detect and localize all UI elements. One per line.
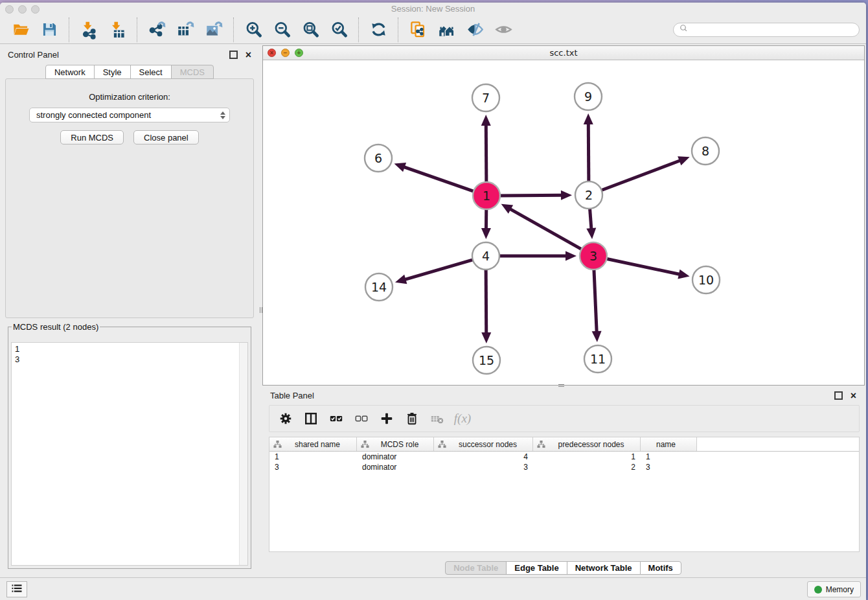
task-history-button[interactable] xyxy=(6,581,27,597)
close-panel-icon[interactable]: × xyxy=(246,51,251,59)
graph-node-14[interactable]: 14 xyxy=(365,273,393,301)
select-all-icon[interactable] xyxy=(328,410,345,427)
graph-node-9[interactable]: 9 xyxy=(575,83,602,110)
close-view-button[interactable]: × xyxy=(268,49,276,57)
tab-motifs[interactable]: Motifs xyxy=(640,561,681,575)
close-panel-button[interactable]: Close panel xyxy=(133,130,199,144)
eye-disabled-icon[interactable] xyxy=(492,18,514,41)
zoom-out-icon[interactable] xyxy=(271,18,293,41)
graph-edge-3-10[interactable] xyxy=(606,259,690,279)
zoom-selected-icon[interactable] xyxy=(328,18,350,41)
search-box[interactable] xyxy=(673,23,860,37)
graph-node-10[interactable]: 10 xyxy=(692,266,720,294)
clone-network-icon[interactable] xyxy=(407,18,429,41)
import-table-icon[interactable] xyxy=(106,18,128,41)
graph-node-8[interactable]: 8 xyxy=(692,137,719,165)
graph-node-1[interactable]: 1 xyxy=(473,182,500,209)
tab-node-table[interactable]: Node Table xyxy=(445,561,507,575)
graph-edge-2-8[interactable] xyxy=(600,156,690,190)
result-scrollbar[interactable] xyxy=(239,343,247,565)
tab-select[interactable]: Select xyxy=(130,65,172,79)
graph-edge-1-4[interactable] xyxy=(481,208,491,239)
graph-edge-1-7[interactable] xyxy=(481,115,491,183)
column-header-predecessor-nodes[interactable]: predecessor nodes xyxy=(533,437,641,451)
tab-edge-table[interactable]: Edge Table xyxy=(506,561,567,575)
close-table-panel-icon[interactable]: × xyxy=(851,392,856,400)
app-window: Session: New Session Control Panel × Net… xyxy=(0,3,866,600)
toolbar-separator xyxy=(137,17,137,42)
run-mcds-button[interactable]: Run MCDS xyxy=(60,130,124,144)
mcds-result-title: MCDS result (2 nodes) xyxy=(12,322,100,332)
control-panel-title: Control Panel xyxy=(8,50,59,60)
optimization-dropdown[interactable]: strongly connected component xyxy=(29,108,230,122)
export-network-icon[interactable] xyxy=(146,18,168,41)
gear-icon[interactable] xyxy=(277,410,294,427)
maximize-view-button[interactable]: + xyxy=(295,49,303,57)
import-network-icon[interactable] xyxy=(78,18,100,41)
zoom-fit-icon[interactable] xyxy=(299,18,321,41)
add-icon[interactable] xyxy=(378,410,395,427)
network-view-window: × − + scc.txt 7968124314101511 xyxy=(262,45,865,386)
graph-edge-1-2[interactable] xyxy=(499,190,572,200)
graph-edge-3-11[interactable] xyxy=(592,268,602,342)
search-input[interactable] xyxy=(690,25,854,35)
columns-icon[interactable] xyxy=(303,410,319,427)
mcds-result-list[interactable]: 1 3 xyxy=(12,343,239,565)
graph-edge-4-3[interactable] xyxy=(498,251,577,261)
memory-button[interactable]: Memory xyxy=(807,581,861,597)
node-table: shared nameMCDS rolesuccessor nodesprede… xyxy=(269,437,860,552)
float-panel-icon[interactable] xyxy=(229,51,238,59)
graph-node-2[interactable]: 2 xyxy=(575,181,602,209)
graph-edge-3-1[interactable] xyxy=(501,204,583,250)
graph-node-3[interactable]: 3 xyxy=(580,242,607,270)
tab-network[interactable]: Network xyxy=(45,65,95,79)
graph-edge-1-6[interactable] xyxy=(394,163,475,192)
column-header-successor-nodes[interactable]: successor nodes xyxy=(434,437,533,451)
graph-edge-4-15[interactable] xyxy=(481,268,491,343)
tab-network-table[interactable]: Network Table xyxy=(567,561,641,575)
divider-grip-icon[interactable] xyxy=(558,384,564,387)
graph-node-7[interactable]: 7 xyxy=(472,84,499,111)
window-titlebar[interactable]: Session: New Session xyxy=(0,3,866,16)
table-cell: 3 xyxy=(269,463,357,472)
graph-edge-4-14[interactable] xyxy=(395,259,474,284)
deselect-all-icon[interactable] xyxy=(353,410,370,427)
memory-status-icon xyxy=(814,586,822,594)
graph-edge-2-3[interactable] xyxy=(586,207,596,239)
tab-mcds[interactable]: MCDS xyxy=(171,65,214,79)
home-views-icon[interactable] xyxy=(435,18,457,41)
save-session-icon[interactable] xyxy=(38,18,60,41)
network-canvas[interactable]: 7968124314101511 xyxy=(263,60,864,385)
minimize-view-button[interactable]: − xyxy=(281,49,290,57)
column-header-name[interactable]: name xyxy=(641,437,697,451)
graph-node-15[interactable]: 15 xyxy=(473,347,500,374)
table-row[interactable]: 1dominator411 xyxy=(269,452,859,462)
table-cell: 1 xyxy=(269,452,357,461)
zoom-in-icon[interactable] xyxy=(242,18,264,41)
column-header-MCDS-role[interactable]: MCDS role xyxy=(357,437,434,451)
trash-icon[interactable] xyxy=(404,410,420,427)
open-folder-icon[interactable] xyxy=(10,18,32,41)
table-cell: 3 xyxy=(434,463,533,472)
graph-node-6[interactable]: 6 xyxy=(365,144,392,172)
graph-node-11[interactable]: 11 xyxy=(584,345,611,373)
export-table-icon[interactable] xyxy=(174,18,196,41)
close-window-button[interactable] xyxy=(5,5,14,14)
refresh-layout-icon[interactable] xyxy=(367,18,389,41)
toolbar-separator xyxy=(233,17,234,42)
tab-style[interactable]: Style xyxy=(94,65,131,79)
table-row[interactable]: 3dominator323 xyxy=(269,462,859,472)
float-table-panel-icon[interactable] xyxy=(834,391,843,400)
network-graph[interactable]: 7968124314101511 xyxy=(263,60,864,385)
minimize-window-button[interactable] xyxy=(18,5,27,14)
graph-node-4[interactable]: 4 xyxy=(472,242,499,270)
delete-table-icon[interactable] xyxy=(429,410,446,427)
toggle-visibility-icon[interactable] xyxy=(464,18,486,41)
zoom-window-button[interactable] xyxy=(31,5,40,14)
export-image-icon[interactable] xyxy=(203,18,225,41)
column-header-shared-name[interactable]: shared name xyxy=(269,437,357,451)
function-icon[interactable]: f(x) xyxy=(454,410,471,427)
network-window-titlebar[interactable]: × − + scc.txt xyxy=(263,46,864,60)
svg-text:9: 9 xyxy=(584,89,592,104)
graph-edge-2-9[interactable] xyxy=(584,113,593,183)
